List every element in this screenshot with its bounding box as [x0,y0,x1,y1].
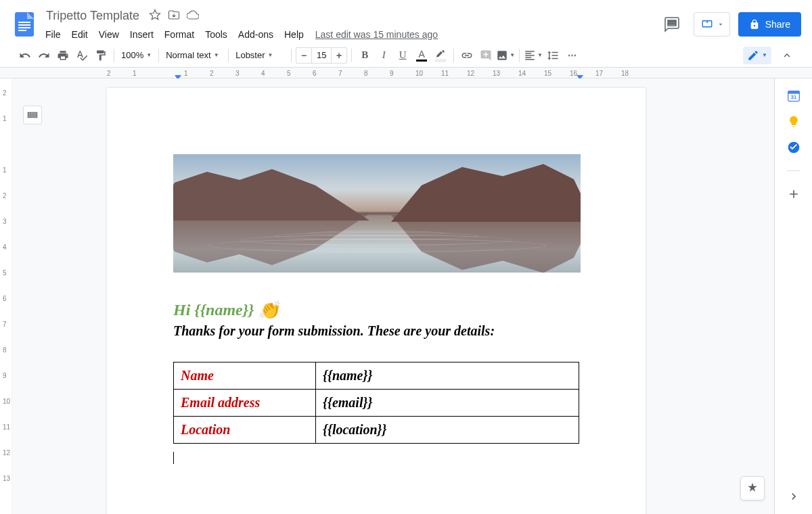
underline-button[interactable]: U [394,47,411,64]
font-size-decrease[interactable]: − [296,50,311,61]
print-button[interactable] [54,47,72,64]
svg-rect-4 [788,91,799,94]
redo-button[interactable] [35,47,53,64]
menu-format[interactable]: Format [160,26,199,43]
table-label[interactable]: Email address [174,390,316,417]
explore-icon [746,482,759,495]
add-addon-button[interactable] [787,187,800,201]
explore-button[interactable] [740,476,765,500]
wave-emoji: 👏 [258,300,279,321]
image-button[interactable]: ▼ [496,47,515,64]
calendar-app-icon[interactable]: 31 [787,89,800,103]
vertical-ruler[interactable]: 2112345678910111213 [0,78,12,514]
horizontal-ruler[interactable]: 21123456789101112131415161718 [0,68,812,78]
header-image[interactable] [173,154,581,273]
spellcheck-button[interactable] [73,47,91,64]
comments-button[interactable] [658,11,685,38]
outline-toggle[interactable] [23,106,42,124]
share-label: Share [765,19,790,30]
move-icon[interactable] [168,9,180,23]
text-color-button[interactable]: A [413,47,430,64]
font-size-value[interactable]: 15 [311,48,332,63]
paint-format-button[interactable] [92,47,110,64]
editing-mode-button[interactable]: ▼ [743,47,771,64]
document-page: Hi {{name}} 👏 Thanks for your form submi… [107,88,646,514]
font-size-increase[interactable]: + [332,50,346,61]
chevron-down-icon [717,21,724,28]
lock-icon [749,19,760,30]
table-value[interactable]: {{location}} [316,417,579,444]
details-table[interactable]: Name{{name}} Email address{{email}} Loca… [173,362,579,444]
undo-button[interactable] [16,47,34,64]
zoom-dropdown[interactable]: 100%▼ [118,47,154,64]
line-spacing-button[interactable] [544,47,562,64]
menu-addons[interactable]: Add-ons [233,26,278,43]
menu-edit[interactable]: Edit [67,26,93,43]
bold-button[interactable]: B [356,47,374,64]
cloud-status-icon[interactable] [187,9,199,23]
svg-text:31: 31 [790,94,796,100]
title-area: Tripetto Template File Edit View Insert … [41,7,658,43]
intro-text[interactable]: Thanks for your form submission. These a… [173,323,579,339]
share-button[interactable]: Share [738,12,801,37]
last-edit-link[interactable]: Last edit was 15 minutes ago [315,29,438,40]
menu-view[interactable]: View [94,26,124,43]
highlight-button[interactable] [432,47,449,64]
table-row: Location{{location}} [174,417,579,444]
menu-bar: File Edit View Insert Format Tools Add-o… [41,26,658,43]
present-icon [701,18,713,30]
document-canvas[interactable]: Hi {{name}} 👏 Thanks for your form submi… [12,78,774,514]
font-dropdown[interactable]: Lobster▼ [233,47,287,64]
pencil-icon [747,49,759,62]
font-size-control: − 15 + [296,47,347,64]
keep-app-icon[interactable] [787,115,800,128]
side-panel: 31 [774,78,812,514]
table-row: Email address{{email}} [174,390,579,417]
docs-logo[interactable] [11,11,38,38]
toolbar: 100%▼ Normal text▼ Lobster▼ − 15 + B I U… [0,43,812,68]
comment-icon [664,16,680,32]
table-value[interactable]: {{email}} [316,390,579,417]
hide-sidepanel-button[interactable] [787,490,800,503]
text-cursor [173,452,174,464]
table-row: Name{{name}} [174,363,579,390]
italic-button[interactable]: I [375,47,392,64]
docs-logo-icon [15,12,34,37]
menu-file[interactable]: File [41,26,66,43]
menu-help[interactable]: Help [279,26,309,43]
table-label[interactable]: Location [174,417,316,444]
add-comment-button[interactable] [477,47,495,64]
table-label[interactable]: Name [174,363,316,390]
menu-insert[interactable]: Insert [125,26,158,43]
document-title[interactable]: Tripetto Template [41,7,145,25]
link-button[interactable] [458,47,476,64]
collapse-toolbar-button[interactable] [778,47,796,64]
header-bar: Tripetto Template File Edit View Insert … [0,0,812,43]
more-button[interactable]: ⋯ [563,47,581,64]
star-icon[interactable] [149,9,161,23]
style-dropdown[interactable]: Normal text▼ [163,47,224,64]
present-button[interactable] [694,12,730,37]
menu-tools[interactable]: Tools [200,26,232,43]
tasks-app-icon[interactable] [787,141,800,154]
list-icon [26,109,39,121]
table-value[interactable]: {{name}} [316,363,579,390]
align-button[interactable]: ▼ [524,47,543,64]
greeting-line[interactable]: Hi {{name}} 👏 [173,300,579,321]
